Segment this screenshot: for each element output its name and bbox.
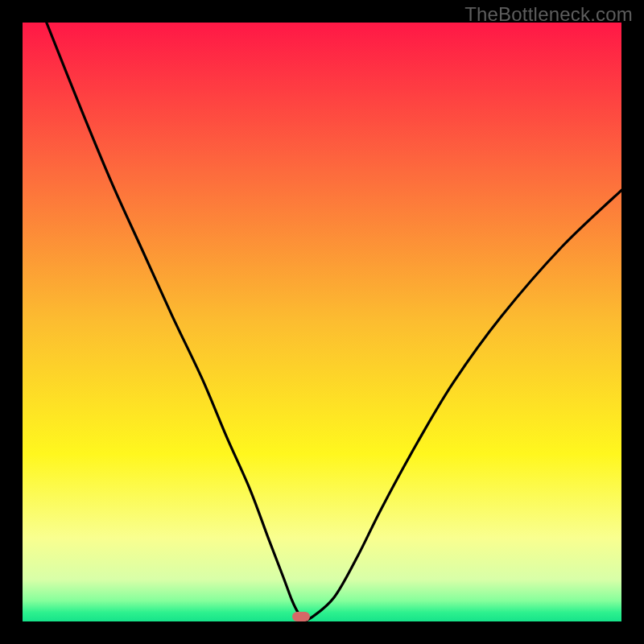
- curve-svg: [23, 23, 621, 621]
- chart-container: TheBottleneck.com: [0, 0, 644, 644]
- watermark-text: TheBottleneck.com: [464, 3, 633, 26]
- optimal-point-marker: [292, 612, 310, 621]
- bottleneck-curve: [47, 23, 621, 621]
- plot-area: [23, 23, 621, 621]
